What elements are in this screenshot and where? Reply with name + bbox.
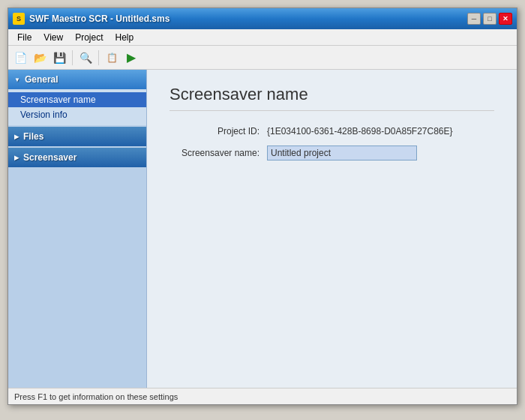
chevron-right-icon: ▶ [14,134,19,140]
menu-file[interactable]: File [11,31,38,44]
toolbar-separator-2 [98,50,99,65]
sidebar-section-screensaver-label: Screensaver [23,152,76,163]
minimize-button[interactable]: ─ [467,13,481,25]
chevron-right-icon-2: ▶ [14,154,19,161]
chevron-down-icon: ▼ [14,76,20,83]
status-text: Press F1 to get information on these set… [14,392,178,401]
sidebar-item-version-info[interactable]: Version info [8,107,146,122]
new-button[interactable]: 📄 [11,49,29,67]
preview-button[interactable]: 🔍 [76,49,94,67]
run-button[interactable]: ▶ [122,49,140,67]
status-bar: Press F1 to get information on these set… [8,388,517,404]
maximize-button[interactable]: □ [483,13,496,25]
window-title: SWF Maestro SCR - Untitled.sms [29,14,170,24]
open-button[interactable]: 📂 [31,49,49,67]
sidebar: ▼ General Screensaver name Version info … [8,70,147,388]
screensaver-name-input[interactable] [267,146,417,160]
title-bar-left: S SWF Maestro SCR - Untitled.sms [13,13,170,25]
sidebar-general-content: Screensaver name Version info [8,89,146,125]
main-area: ▼ General Screensaver name Version info … [8,70,517,388]
sidebar-section-general-label: General [25,74,58,85]
app-icon: S [13,13,25,25]
save-button[interactable]: 💾 [50,49,68,67]
content-title: Screensaver name [170,85,494,111]
sidebar-section-files: ▶ Files [8,127,146,146]
toolbar: 📄 📂 💾 🔍 📋 ▶ [8,46,517,70]
menu-help[interactable]: Help [110,31,140,44]
screensaver-name-label: Screensaver name: [170,148,267,158]
menu-bar: File View Project Help [8,29,517,46]
window-controls: ─ □ ✕ [467,13,512,25]
sidebar-section-general-header[interactable]: ▼ General [8,70,146,89]
main-window: S SWF Maestro SCR - Untitled.sms ─ □ ✕ F… [8,8,518,405]
project-id-row: Project ID: {1E034100-6361-428B-8698-D0A… [170,126,494,136]
close-button[interactable]: ✕ [499,13,512,25]
menu-project[interactable]: Project [69,31,109,44]
sidebar-section-files-label: Files [23,131,44,142]
content-panel: Screensaver name Project ID: {1E034100-6… [147,70,517,388]
project-id-value: {1E034100-6361-428B-8698-D0A85F27C86E} [267,126,453,136]
menu-view[interactable]: View [38,31,69,44]
sidebar-section-files-header[interactable]: ▶ Files [8,127,146,146]
export-button[interactable]: 📋 [103,49,121,67]
sidebar-section-screensaver: ▶ Screensaver [8,148,146,167]
sidebar-item-screensaver-name[interactable]: Screensaver name [8,92,146,107]
sidebar-section-screensaver-header[interactable]: ▶ Screensaver [8,148,146,167]
sidebar-section-general: ▼ General Screensaver name Version info [8,70,146,125]
screensaver-name-row: Screensaver name: [170,146,494,160]
project-id-label: Project ID: [170,126,267,136]
title-bar: S SWF Maestro SCR - Untitled.sms ─ □ ✕ [8,8,517,29]
toolbar-separator [72,50,73,65]
